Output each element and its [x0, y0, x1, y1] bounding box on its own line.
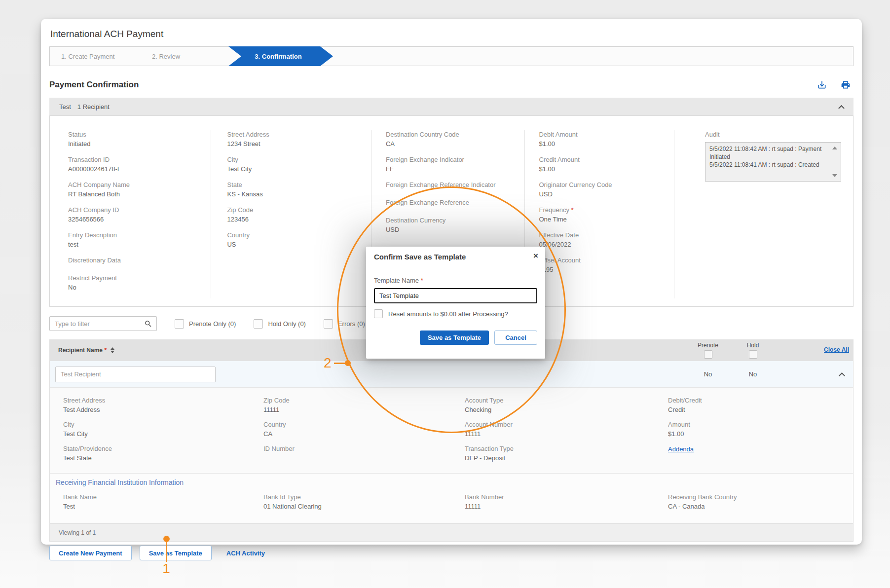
field-value: No: [68, 283, 211, 292]
modal-cancel-button[interactable]: Cancel: [494, 331, 537, 345]
field-value: 9195: [539, 265, 674, 274]
recipient-details: Street AddressTest Address CityTest City…: [50, 388, 853, 473]
reset-amounts-checkbox[interactable]: [374, 309, 383, 318]
field-value: CA - Canada: [668, 502, 853, 511]
save-as-template-button[interactable]: Save as Template: [140, 546, 212, 560]
modal-save-as-template-button[interactable]: Save as Template: [420, 331, 489, 345]
field-value: 123456: [227, 215, 371, 224]
collapse-row-chevron-icon[interactable]: [839, 372, 845, 379]
field-value: One Time: [539, 215, 674, 224]
field-label: Foreign Exchange Reference Indicator: [386, 180, 525, 189]
field-label: Destination Country Code: [386, 130, 525, 139]
recipient-name-field[interactable]: Test Recipient: [55, 367, 216, 382]
field-label: Street Address: [63, 396, 250, 405]
close-icon[interactable]: ×: [533, 251, 538, 261]
field-label: Country: [227, 230, 371, 240]
field-label: Zip Code: [227, 205, 371, 215]
field-label: Bank Number: [465, 492, 655, 502]
audit-entry: 5/5/2022 11:08:41 AM : rt supad : Create…: [709, 161, 828, 169]
field-value: $1.00: [539, 164, 674, 174]
chevron-up-icon[interactable]: [838, 105, 845, 111]
recipient-row[interactable]: Test Recipient No No: [50, 361, 853, 388]
reset-amounts-option: Reset amounts to $0.00 after Processing?: [374, 309, 537, 318]
reset-amounts-label: Reset amounts to $0.00 after Processing?: [388, 310, 508, 318]
annotation-number-1: 1: [162, 562, 170, 576]
field-label: Amount: [668, 420, 853, 429]
hold-only-label: Hold Only (0): [268, 320, 306, 328]
field-label: Discretionary Data: [68, 256, 211, 265]
confirm-save-as-template-dialog: Confirm Save as Template × Template Name…: [366, 247, 545, 359]
prenote-only-filter: Prenote Only (0): [175, 319, 236, 329]
field-value: 01 National Clearing: [263, 502, 451, 511]
batch-name: Test: [59, 103, 71, 110]
print-icon[interactable]: [841, 80, 851, 90]
hold-column-header: Hold: [739, 342, 767, 359]
section-title: Payment Confirmation: [49, 80, 139, 90]
ach-activity-button[interactable]: ACH Activity: [226, 550, 265, 557]
field-value: Test City: [227, 164, 371, 174]
close-all-link[interactable]: Close All: [824, 346, 849, 353]
filter-input[interactable]: [50, 317, 156, 331]
field-value: $1.00: [668, 429, 853, 439]
field-label: Status: [68, 130, 211, 139]
dialog-title: Confirm Save as Template: [374, 253, 537, 261]
required-asterisk: *: [104, 347, 107, 354]
prenote-header-label: Prenote: [698, 342, 718, 349]
field-value: 11111: [263, 405, 451, 414]
sort-icon[interactable]: [111, 347, 114, 353]
summary-column-2: Street Address1234 Street CityTest City …: [211, 130, 371, 298]
create-new-payment-button[interactable]: Create New Payment: [49, 546, 132, 560]
hold-only-checkbox[interactable]: [254, 319, 263, 329]
field-label: Transaction Type: [465, 444, 655, 453]
field-label: Offset Account: [539, 256, 674, 265]
step-confirmation-active: 3. Confirmation: [228, 46, 333, 66]
field-label: Credit Amount: [539, 155, 674, 164]
field-label: Restrict Payment: [68, 273, 211, 283]
prenote-only-checkbox[interactable]: [175, 319, 184, 329]
footer-actions: Create New Payment Save as Template ACH …: [49, 546, 853, 560]
step-create-payment[interactable]: 1. Create Payment: [50, 47, 152, 66]
field-label: ACH Company ID: [68, 205, 211, 215]
field-label: Destination Currency: [386, 216, 525, 225]
field-value: 11111: [465, 502, 655, 511]
audit-entry: 5/5/2022 11:08:42 AM : rt supad : Paymen…: [709, 145, 828, 161]
field-label: Debit/Credit: [668, 396, 853, 405]
field-value: [386, 207, 525, 209]
field-label: ACH Company Name: [68, 180, 211, 189]
hold-all-checkbox[interactable]: [749, 350, 757, 359]
filter-input-wrapper: [49, 316, 157, 331]
page-title: International ACH Payment: [50, 28, 853, 40]
download-icon[interactable]: [817, 80, 827, 90]
required-asterisk: *: [571, 206, 574, 214]
field-label: Debit Amount: [539, 130, 674, 139]
field-value: 1234 Street: [227, 139, 371, 148]
audit-log-box[interactable]: 5/5/2022 11:08:42 AM : rt supad : Paymen…: [705, 142, 841, 182]
field-value: DEP - Deposit: [465, 453, 655, 463]
field-value: A000000246178-I: [68, 164, 211, 174]
search-icon[interactable]: [144, 320, 152, 328]
field-label: Transaction ID: [68, 155, 211, 164]
template-name-input[interactable]: [374, 288, 537, 303]
field-value: CA: [263, 429, 451, 439]
receiving-fi-section: Receiving Financial Institution Informat…: [50, 473, 853, 523]
step-review[interactable]: 2. Review: [152, 47, 228, 66]
scroll-up-icon[interactable]: [832, 147, 837, 149]
field-value: [68, 265, 211, 267]
field-value: USD: [386, 225, 525, 234]
addenda-link[interactable]: Addenda: [668, 445, 694, 453]
field-label: City: [63, 420, 250, 429]
field-label: Originator Currency Code: [539, 180, 674, 189]
field-value: 3254656566: [68, 215, 211, 224]
recipient-count: 1 Recipient: [77, 103, 110, 110]
recipient-name-column-header[interactable]: Recipient Name *: [58, 347, 107, 354]
prenote-all-checkbox[interactable]: [704, 350, 712, 359]
field-value: test: [68, 240, 211, 249]
field-value: CA: [386, 139, 525, 148]
scroll-down-icon[interactable]: [832, 174, 837, 177]
errors-checkbox[interactable]: [324, 319, 333, 329]
summary-column-4: Debit Amount$1.00 Credit Amount$1.00 Ori…: [525, 130, 674, 298]
batch-accordion-header[interactable]: Test 1 Recipient: [49, 98, 853, 115]
field-label: Bank Name: [63, 492, 250, 502]
field-label: ID Number: [263, 444, 451, 453]
recipient-table: Recipient Name * Prenote Hold Close All …: [49, 339, 853, 542]
